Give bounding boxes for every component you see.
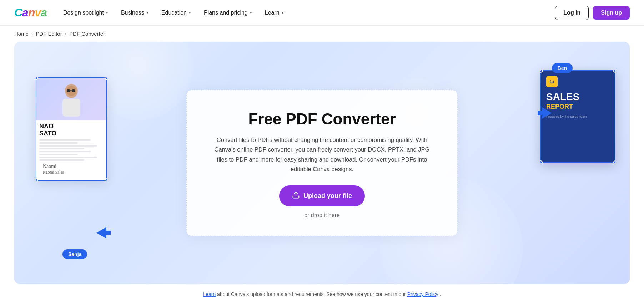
doc-right-title: SALES (546, 92, 610, 103)
doc-line (39, 151, 91, 152)
svg-marker-6 (96, 227, 111, 239)
doc-image (36, 77, 107, 120)
doc-signature: NaomiNaomi Sales (39, 164, 104, 178)
doc-line (39, 142, 78, 144)
doc-line (39, 148, 84, 149)
doc-line (39, 159, 84, 161)
drop-text: or drop it here (208, 212, 436, 219)
breadcrumb: Home › PDF Editor › PDF Converter (0, 26, 644, 42)
arrow-right (538, 106, 552, 122)
signup-button[interactable]: Sign up (593, 6, 630, 20)
arrow-left (96, 226, 111, 241)
nav-item-education[interactable]: Education ▾ (156, 7, 196, 19)
left-document-mockup: NAO SATO NaomiNaomi Sales (36, 77, 107, 181)
doc-lines (39, 139, 104, 161)
doc-line (39, 145, 97, 147)
person-illustration (59, 81, 84, 117)
doc-right-footer: Prepared by the Sales Team (546, 115, 610, 118)
nav-item-plans-pricing[interactable]: Plans and pricing ▾ (199, 7, 257, 19)
nav-items: Design spotlight ▾ Business ▾ Education … (58, 7, 289, 19)
chevron-down-icon: ▾ (106, 10, 108, 15)
chevron-down-icon: ▾ (146, 10, 149, 15)
navbar-right: Log in Sign up (555, 6, 630, 20)
breadcrumb-separator-2: › (65, 31, 66, 36)
footer-note: Learn about Canva's upload formats and r… (0, 284, 644, 297)
breadcrumb-home[interactable]: Home (14, 31, 29, 37)
doc-logo: ω (546, 76, 558, 87)
upload-card: Free PDF Converter Convert files to PDFs… (186, 90, 458, 236)
chevron-down-icon: ▾ (282, 10, 284, 15)
doc-line (39, 154, 78, 155)
footer-text-end: . (440, 291, 441, 297)
breadcrumb-separator: › (31, 31, 33, 36)
page-title: Free PDF Converter (208, 110, 436, 128)
breadcrumb-pdf-editor[interactable]: PDF Editor (36, 31, 62, 37)
sanja-badge: Sanja (62, 249, 87, 259)
hero-description: Convert files to PDFs without changing t… (211, 135, 433, 174)
logo-text: Canva (14, 6, 47, 19)
handle-bl-right (540, 160, 543, 163)
doc-right-subtitle: REPORT (546, 103, 610, 111)
svg-rect-3 (67, 89, 70, 92)
doc-line (39, 139, 91, 141)
learn-link[interactable]: Learn (203, 291, 216, 297)
doc-title: NAO SATO (39, 123, 104, 137)
doc-text-area: NAO SATO NaomiNaomi Sales (36, 120, 107, 181)
breadcrumb-current: PDF Converter (69, 31, 105, 37)
login-button[interactable]: Log in (555, 6, 589, 20)
nav-item-design-spotlight[interactable]: Design spotlight ▾ (58, 7, 113, 19)
chevron-down-icon: ▾ (250, 10, 252, 15)
svg-marker-8 (538, 107, 552, 119)
nav-item-business[interactable]: Business ▾ (116, 7, 154, 19)
navbar-left: Canva Design spotlight ▾ Business ▾ Educ… (14, 6, 289, 19)
chevron-down-icon: ▾ (189, 10, 191, 15)
ben-badge: Ben (552, 63, 573, 73)
navbar: Canva Design spotlight ▾ Business ▾ Educ… (0, 0, 644, 26)
svg-rect-4 (72, 89, 75, 92)
privacy-policy-link[interactable]: Privacy Policy (407, 291, 438, 297)
svg-rect-1 (62, 99, 80, 117)
upload-button[interactable]: Upload your file (279, 185, 365, 206)
doc-line (39, 157, 97, 158)
logo[interactable]: Canva (14, 6, 47, 19)
footer-text-middle: about Canva's upload formats and require… (217, 291, 407, 297)
nav-item-learn[interactable]: Learn ▾ (260, 7, 289, 19)
hero-section: NAO SATO NaomiNaomi Sales Sanja Free PDF (14, 42, 630, 284)
upload-icon (292, 191, 300, 201)
handle-br-right (613, 160, 615, 163)
